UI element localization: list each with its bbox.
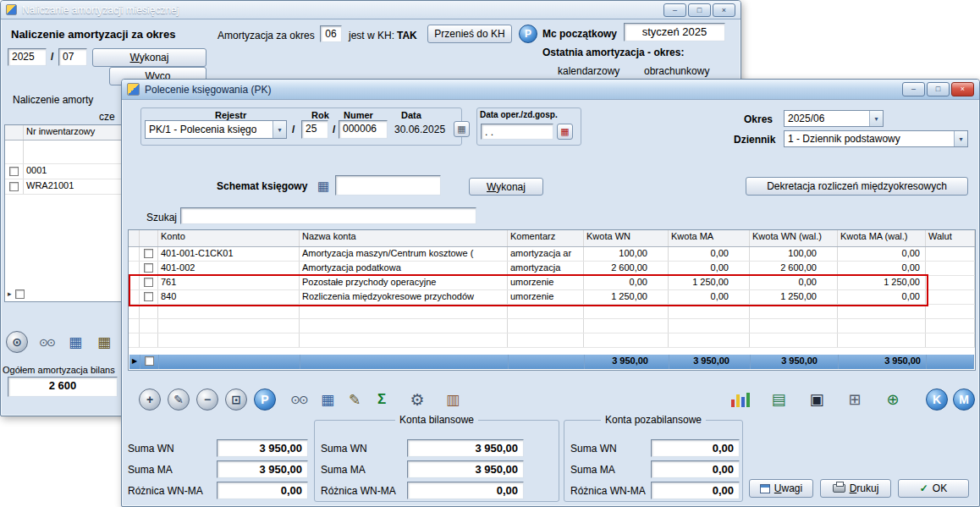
export-icon[interactable]: ▥ [441,389,465,411]
globe-icon[interactable]: ⊕ [881,389,905,411]
numer-input[interactable]: 000006 [339,120,388,139]
p-button[interactable]: P [519,25,537,43]
cell-nazwa: Amortyzacja podatkowa [300,262,508,275]
schemat-input[interactable] [335,175,441,196]
amort-heading: Naliczenie amortyzacji za okres [11,28,175,41]
row-checkbox[interactable] [144,278,153,287]
totals-row[interactable]: ▶ 3 950,00 3 950,00 3 950,00 3 950,00 [129,355,974,369]
total-kwota-ma-wal: 3 950,00 [839,355,927,369]
total-amort-value: 2 600 [8,377,118,397]
amort-grid-subcaption: cze [99,111,115,123]
zoom-icon[interactable]: ⊙ [6,331,28,353]
bilans-suma-wn-value: 3 950,00 [407,439,524,457]
save-icon[interactable]: ▣ [805,389,829,411]
pk-titlebar[interactable]: Polecenie księgowania (PK) – □ × [122,80,979,100]
data-value: 30.06.2025 [394,124,445,135]
dziennik-dropdown[interactable]: 1 - Dziennik podstawowy ▾ [784,130,968,147]
row-checkbox[interactable] [145,356,154,366]
row-checkbox[interactable] [9,167,19,176]
row-marker-icon: ▶ [129,355,140,369]
chevron-down-icon[interactable]: ▾ [954,131,967,146]
delete-icon[interactable]: − [196,389,218,411]
year-input[interactable]: 2025 [8,48,47,66]
binoculars-icon[interactable]: ⊙⊙ [287,389,311,411]
cell-kwota-ma-wal: 0,00 [838,290,926,304]
amort-grid-caption: Naliczenie amorty [13,94,93,106]
sum-icon[interactable]: Σ [370,389,394,411]
copy-icon[interactable]: ⊞ [843,389,867,411]
table-row[interactable]: 761 Pozostałe przychody operacyjne umorz… [129,276,975,290]
table-icon[interactable]: ▦ [63,331,87,353]
amort-titlebar[interactable]: Naliczanie amortyzacji miesięcznej – □ × [1,1,741,19]
rok-label: Rok [311,110,329,120]
roznica-label: Różnica WN-MA [321,485,396,497]
uwagi-button[interactable]: Uwagi [749,479,813,498]
konta-pozabilansowe-legend: Konta pozabilansowe [601,414,706,426]
gears-icon[interactable]: ⚙ [405,389,429,411]
close-icon[interactable]: × [951,82,974,96]
ok-button[interactable]: ✓ OK [898,479,969,498]
edit-icon[interactable]: ✎ [168,389,190,411]
col-nr-inwentarzowy[interactable]: Nr inwentarzowy [24,125,124,140]
wykonaj-button[interactable]: Wykonaj [469,178,543,196]
table-row[interactable]: 840 Rozliczenia międzyokresowe przychodó… [129,290,975,305]
minimize-icon[interactable]: – [902,82,925,96]
close-icon[interactable]: × [713,3,735,17]
rok-input[interactable]: 25 [301,120,328,139]
add-icon[interactable]: + [139,389,161,411]
minimize-icon[interactable]: – [663,3,686,17]
cell-nazwa: Amortyzacja maszyn/Centrum kosztowe ( [300,247,508,261]
row-checkbox[interactable] [144,263,153,273]
szukaj-input[interactable] [180,207,476,224]
report-icon[interactable]: ▤ [767,389,790,411]
calendar-icon[interactable]: ▦ [92,331,116,353]
period-input[interactable]: 06 [320,25,342,42]
numer-label: Numer [344,110,373,120]
table-icon[interactable]: ▦ [316,389,339,411]
m-button[interactable]: M [953,389,975,411]
calendar-period-label: kalendarzowy [558,65,619,77]
binoculars-icon[interactable]: ⊙⊙ [35,331,58,353]
col-kwota-wn-wal[interactable]: Kwota WN (wal.) [750,230,838,246]
row-checkbox[interactable] [144,292,153,301]
cell-komentarz: amortyzacja [508,262,584,275]
chevron-down-icon[interactable]: ▾ [869,111,883,126]
p-button[interactable]: P [254,389,276,411]
table-row[interactable]: 401-002 Amortyzacja podatkowa amortyzacj… [129,262,975,276]
col-komentarz[interactable]: Komentarz [508,230,584,246]
clone-icon[interactable]: ⊡ [225,389,247,411]
append-row[interactable]: ▸ [6,287,25,300]
oper-date-input[interactable]: . . [481,124,553,140]
cell-konto: 401-001-C1CK01 [158,247,300,261]
col-kwota-ma[interactable]: Kwota MA [669,230,750,246]
cell-kwota-wn: 1 250,00 [584,290,669,304]
app-icon [6,4,17,15]
col-kwota-wn[interactable]: Kwota WN [584,230,669,246]
table-row[interactable]: 401-001-C1CK01 Amortyzacja maszyn/Centru… [129,247,975,262]
maximize-icon[interactable]: □ [927,82,950,96]
start-month-value: styczeń 2025 [624,23,725,41]
transfer-to-kh-button[interactable]: Przenieś do KH [427,25,512,43]
row-checkbox[interactable] [15,289,25,299]
col-kwota-ma-wal[interactable]: Kwota MA (wal.) [838,230,926,246]
col-nazwa-konta[interactable]: Nazwa konta [300,230,508,246]
k-button[interactable]: K [926,389,948,411]
run-button[interactable]: Wykonaj [92,48,206,67]
period-label: Amortyzacja za okres [217,30,315,41]
filter-edit-icon[interactable]: ✎ [343,389,366,411]
register-dropdown[interactable]: PK/1 - Polecenia księgo ▾ [145,120,287,139]
row-checkbox[interactable] [144,249,153,258]
calendar-button[interactable]: ▦ [557,124,573,140]
month-input[interactable]: 07 [58,48,87,66]
calendar-button[interactable]: ▦ [454,121,470,137]
col-waluta[interactable]: Walut [926,230,975,246]
chevron-down-icon[interactable]: ▾ [273,121,286,138]
chart-icon[interactable] [729,389,752,411]
okres-dropdown[interactable]: 2025/06 ▾ [784,110,884,127]
suma-ma-label: Suma MA [570,464,615,476]
drukuj-button[interactable]: Drukuj [820,479,891,498]
col-konto[interactable]: Konto [158,230,300,246]
dekretacja-button[interactable]: Dekretacja rozliczeń międzyokresowych [746,177,968,196]
maximize-icon[interactable]: □ [688,3,711,17]
row-checkbox[interactable] [9,182,19,191]
